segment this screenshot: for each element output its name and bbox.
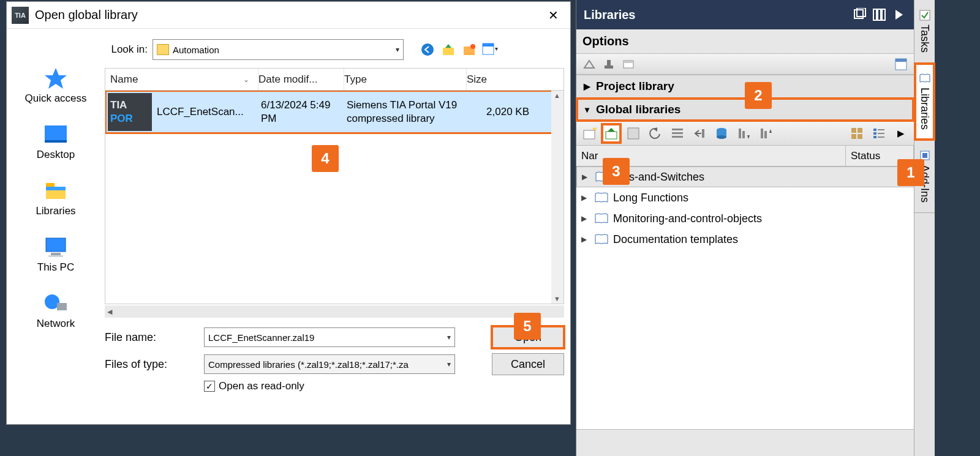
column-date[interactable]: Date modif... [258,69,344,90]
network-icon [42,291,69,315]
places-quick-access[interactable]: Quick access [7,65,105,105]
filename-label: File name: [105,331,197,344]
library-book-icon [595,213,608,224]
callout-4: 4 [312,145,339,172]
places-this-pc[interactable]: This PC [7,234,105,274]
libraries-icon [42,178,69,203]
cancel-button[interactable]: Cancel [492,353,564,375]
vertical-scrollbar[interactable] [551,91,564,304]
column-size[interactable]: Size [467,69,535,90]
svg-text:✦: ✦ [593,126,597,132]
file-row[interactable]: TIAPOR LCCF_EnetScan... 6/13/2024 5:49 P… [105,91,564,133]
places-libraries[interactable]: Libraries [7,178,105,217]
panel-title: Libraries [576,0,914,29]
library-book-icon [595,192,608,203]
readonly-label: Open as read-only [219,380,304,392]
view-menu-icon[interactable] [482,42,498,58]
lookin-value: Automation [173,45,219,55]
svg-point-11 [421,43,434,56]
libraries-tab-icon [919,73,930,84]
close-icon[interactable]: ✕ [541,6,565,25]
svg-marker-0 [45,68,67,89]
svg-rect-41 [742,131,745,138]
details-view-icon[interactable] [870,124,888,143]
chevron-right-icon: ▶ [581,81,592,91]
horizontal-scrollbar[interactable] [105,305,564,318]
open-library-icon[interactable] [602,124,620,143]
svg-rect-23 [607,60,611,66]
this-pc-icon [42,234,69,259]
restore-window-icon[interactable] [853,8,867,21]
library-view-icon[interactable] [582,58,596,71]
svg-rect-10 [57,303,67,310]
places-desktop[interactable]: Desktop [7,122,105,161]
svg-rect-25 [624,61,633,63]
file-size: 2,020 KB [469,105,538,119]
options-title: Options [576,29,914,54]
back-icon[interactable] [420,42,435,58]
filename-input[interactable]: LCCF_EnetScanner.zal19 ▾ [204,327,455,347]
svg-rect-49 [878,129,884,130]
expand-icon[interactable]: ▶ [581,193,590,202]
svg-rect-48 [873,129,876,131]
svg-rect-42 [761,129,763,138]
svg-rect-2 [45,140,67,143]
panel-settings-icon[interactable] [894,58,908,71]
tasks-icon [919,10,930,21]
tree-item[interactable]: ▶ Long Functions [576,187,914,208]
callout-1: 1 [897,159,924,186]
places-network[interactable]: Network [7,291,105,330]
import-icon[interactable] [690,124,709,143]
svg-rect-51 [878,133,884,134]
expand-arrow-icon[interactable] [892,8,907,21]
svg-rect-16 [483,43,494,47]
dialog-titlebar: TIA Open global library ✕ [7,2,570,29]
undo-icon[interactable] [646,124,665,143]
tab-libraries[interactable]: Libraries [914,63,935,140]
icons-view-icon[interactable] [848,124,866,143]
expand-icon[interactable]: ▶ [581,235,590,244]
up-one-level-icon[interactable] [440,42,456,58]
lookin-dropdown[interactable]: Automation ▾ [153,39,404,60]
svg-rect-44 [851,128,856,133]
column-name[interactable]: Name⌄ [105,69,258,90]
svg-rect-54 [920,10,930,20]
svg-point-14 [470,44,475,49]
chevron-down-icon[interactable]: ▾ [447,333,451,342]
stamp-icon[interactable] [602,58,616,71]
file-list: TIAPOR LCCF_EnetScan... 6/13/2024 5:49 P… [105,90,564,304]
chevron-down-icon: ▾ [581,105,592,114]
svg-rect-45 [858,128,862,133]
svg-rect-19 [873,9,876,20]
expand-icon[interactable]: ▶ [582,173,590,181]
tree-item[interactable]: ▶ Monitoring-and-control-objects [576,208,914,229]
svg-rect-5 [46,187,66,190]
columns-icon[interactable] [872,8,887,21]
save-library-icon[interactable] [624,124,643,143]
svg-rect-36 [702,129,704,138]
chevron-down-icon[interactable]: ▾ [447,360,451,368]
sort-asc-icon[interactable] [756,124,775,143]
svg-rect-56 [922,153,927,158]
database-icon[interactable] [712,124,731,143]
file-name: LCCF_EnetScan... [152,105,261,119]
tree-item[interactable]: ▶ Documentation templates [576,229,914,250]
sort-desc-icon[interactable] [734,124,753,143]
chevron-down-icon: ▾ [396,45,399,54]
sort-indicator-icon: ⌄ [243,75,249,84]
chevron-right-icon[interactable]: ▶ [892,124,910,143]
column-type[interactable]: Type [344,69,467,90]
new-library-icon[interactable]: ✦ [580,124,598,143]
tab-tasks[interactable]: Tasks [914,0,935,63]
expand-icon[interactable]: ▶ [581,214,590,223]
svg-rect-46 [851,134,856,139]
svg-rect-31 [606,132,617,139]
filetype-dropdown[interactable]: Compressed libraries (*.zal19;*.zal18;*.… [204,354,455,374]
library-element-icon[interactable] [622,58,635,71]
open-global-library-dialog: TIA Open global library ✕ Quick access D… [6,1,571,425]
new-folder-icon[interactable] [461,42,477,58]
readonly-checkbox[interactable]: ✓ [204,381,215,392]
callout-3: 3 [603,158,630,185]
list-icon[interactable] [668,124,687,143]
file-list-header: Name⌄ Date modif... Type Size [105,68,564,90]
